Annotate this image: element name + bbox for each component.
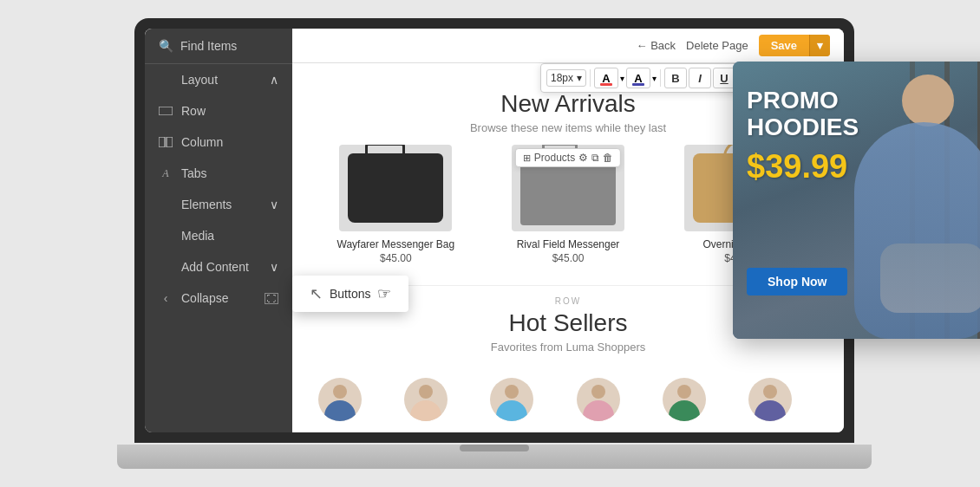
text-color-button[interactable]: A — [594, 68, 618, 88]
svg-rect-10 — [159, 137, 165, 147]
product-name-1: Wayfarer Messenger Bag — [335, 238, 456, 250]
persons-row — [292, 371, 844, 421]
cursor-hand-icon: ☞ — [377, 284, 391, 303]
delete-page-button[interactable]: Delete Page — [686, 39, 748, 52]
layout-arrow-icon: ∧ — [270, 73, 278, 87]
bg-color-dropdown-icon[interactable]: ▾ — [652, 74, 657, 83]
person-item-1 — [318, 378, 388, 421]
sidebar-item-column-label: Column — [181, 135, 223, 149]
sidebar-item-tabs-left: A Tabs — [159, 166, 207, 180]
person-avatar-4 — [577, 378, 620, 421]
expand-icon: ⛶ — [265, 293, 278, 304]
search-icon: 🔍 — [159, 39, 173, 53]
sidebar-item-elements[interactable]: Elements ∨ — [145, 189, 292, 220]
person-item-2 — [404, 378, 474, 421]
buttons-tooltip: ↖ Buttons ☞ — [292, 276, 408, 312]
cursor-icon: ↖ — [310, 284, 323, 303]
laptop-base — [117, 445, 872, 469]
person-item-4 — [577, 378, 646, 421]
product-price-1: $45.00 — [335, 252, 456, 264]
toolbar-divider-1 — [590, 69, 591, 87]
save-label: Save — [759, 35, 809, 56]
person-avatar-5 — [663, 378, 706, 421]
sidebar-search[interactable]: 🔍 Find Items — [145, 29, 292, 64]
text-color-indicator — [600, 83, 612, 86]
sidebar-item-collapse-label: Collapse — [181, 291, 228, 305]
row-icon — [159, 107, 173, 115]
sidebar-item-layout-label: Layout — [181, 73, 218, 87]
laptop-notch — [460, 445, 529, 451]
search-label: Find Items — [180, 39, 237, 53]
toolbar-divider-2 — [660, 69, 661, 87]
sidebar-item-tabs[interactable]: A Tabs — [145, 158, 292, 189]
person-item-6 — [748, 378, 818, 421]
promo-background: PROMO HOODIES $39.99 Shop Now — [733, 62, 980, 339]
person-avatar-2 — [404, 378, 448, 421]
sidebar-item-media[interactable]: Media — [145, 220, 292, 251]
products-toolbar-label: Products — [534, 152, 575, 164]
product-item-1: Wayfarer Messenger Bag $45.00 — [335, 145, 456, 264]
text-color-dropdown-icon[interactable]: ▾ — [620, 74, 624, 83]
promo-text-block: PROMO HOODIES $39.99 — [747, 88, 859, 185]
sidebar-item-add-content-label: Add Content — [181, 260, 249, 274]
person-avatar-3 — [490, 378, 533, 421]
sidebar-item-layout-left: Layout — [159, 73, 218, 87]
sidebar-item-row[interactable]: Row — [145, 95, 292, 127]
sidebar-item-media-left: Media — [159, 229, 214, 243]
promo-person-legs — [880, 244, 980, 313]
sidebar-item-media-label: Media — [181, 229, 214, 243]
person-avatar-6 — [748, 378, 792, 421]
font-size-select[interactable]: 18px ▾ — [546, 69, 586, 87]
header-actions: ← Back Delete Page Save ▾ — [637, 35, 830, 56]
promo-panel: PROMO HOODIES $39.99 Shop Now — [733, 62, 980, 339]
promo-price: $39.99 — [747, 148, 859, 185]
shop-now-button[interactable]: Shop Now — [747, 268, 847, 295]
sidebar-item-row-left: Row — [159, 104, 206, 118]
messenger-bag-image — [348, 153, 443, 223]
italic-button[interactable]: I — [689, 68, 711, 88]
products-grid-icon: ⊞ — [523, 153, 531, 164]
sidebar-item-tabs-label: Tabs — [181, 166, 207, 180]
svg-rect-9 — [159, 107, 173, 115]
collapse-icon: ‹ — [159, 291, 173, 305]
person-avatar-1 — [318, 378, 362, 421]
buttons-tooltip-label: Buttons — [330, 287, 370, 301]
sidebar-item-add-content-left: Add Content — [159, 260, 249, 274]
add-content-arrow-icon: ∨ — [270, 260, 278, 274]
products-toolbar: ⊞ Products ⚙ ⧉ 🗑 — [515, 148, 621, 167]
bg-color-indicator — [632, 83, 644, 86]
sidebar-item-collapse[interactable]: ‹ Collapse ⛶ — [145, 282, 292, 314]
sidebar: 🔍 Find Items Layout ∧ — [145, 29, 292, 432]
save-dropdown-icon[interactable]: ▾ — [809, 35, 830, 56]
save-button[interactable]: Save ▾ — [759, 35, 830, 56]
bold-button[interactable]: B — [664, 68, 687, 88]
promo-person-head — [902, 75, 954, 127]
product-price-2: $45.00 — [507, 252, 629, 264]
sidebar-item-elements-label: Elements — [181, 198, 232, 211]
tabs-icon: A — [159, 167, 173, 180]
sidebar-item-column[interactable]: Column — [145, 127, 292, 158]
product-name-2: Rival Field Messenger — [507, 238, 629, 250]
person-item-5 — [663, 378, 732, 421]
bg-color-button[interactable]: A — [626, 68, 650, 88]
product-img-1 — [339, 145, 452, 231]
sidebar-item-elements-left: Elements — [159, 198, 232, 211]
products-settings-icon[interactable]: ⚙ — [578, 152, 588, 164]
person-item-3 — [490, 378, 559, 421]
products-copy-icon[interactable]: ⧉ — [591, 152, 599, 164]
elements-arrow-icon: ∨ — [270, 198, 278, 211]
svg-rect-11 — [167, 137, 173, 147]
sidebar-item-add-content[interactable]: Add Content ∨ — [145, 251, 292, 282]
sidebar-item-collapse-left: ‹ Collapse — [159, 291, 228, 305]
hot-sellers-subtitle: Favorites from Luma Shoppers — [292, 341, 844, 354]
column-icon — [159, 137, 173, 147]
sidebar-item-layout[interactable]: Layout ∧ — [145, 64, 292, 95]
back-button[interactable]: ← Back — [637, 39, 676, 52]
promo-heading: PROMO HOODIES — [747, 88, 859, 141]
sidebar-item-row-label: Row — [181, 104, 206, 118]
products-delete-icon[interactable]: 🗑 — [603, 152, 613, 164]
sidebar-item-column-left: Column — [159, 135, 223, 149]
